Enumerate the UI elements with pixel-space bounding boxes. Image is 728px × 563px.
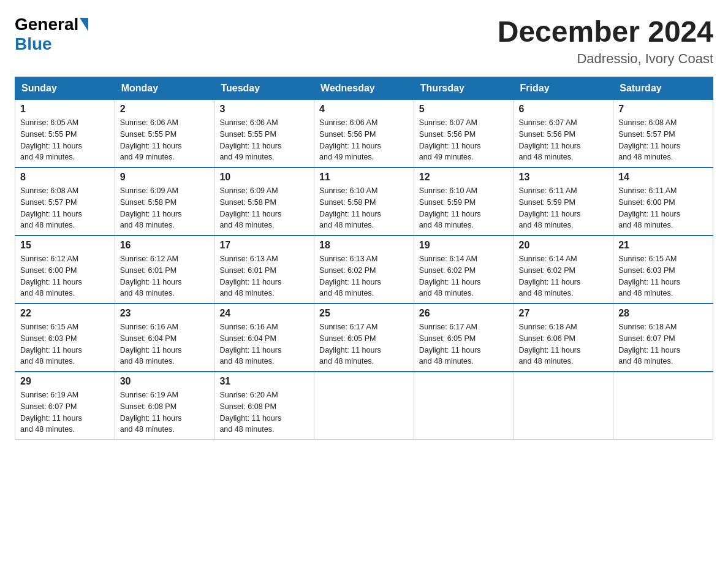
day-info: Sunrise: 6:08 AMSunset: 5:57 PMDaylight:… bbox=[618, 117, 708, 163]
day-number: 9 bbox=[120, 172, 210, 183]
calendar-cell: 22Sunrise: 6:15 AMSunset: 6:03 PMDayligh… bbox=[15, 304, 115, 372]
day-info: Sunrise: 6:16 AMSunset: 6:04 PMDaylight:… bbox=[120, 321, 210, 367]
day-number: 1 bbox=[20, 104, 110, 115]
day-info: Sunrise: 6:06 AMSunset: 5:55 PMDaylight:… bbox=[120, 117, 210, 163]
calendar-cell: 24Sunrise: 6:16 AMSunset: 6:04 PMDayligh… bbox=[214, 304, 314, 372]
day-number: 29 bbox=[20, 376, 110, 387]
day-number: 17 bbox=[219, 240, 309, 251]
day-number: 3 bbox=[219, 104, 309, 115]
calendar-cell: 30Sunrise: 6:19 AMSunset: 6:08 PMDayligh… bbox=[115, 372, 214, 440]
day-info: Sunrise: 6:10 AMSunset: 5:59 PMDaylight:… bbox=[419, 185, 509, 231]
day-number: 16 bbox=[120, 240, 210, 251]
day-number: 10 bbox=[219, 172, 309, 183]
calendar-cell: 27Sunrise: 6:18 AMSunset: 6:06 PMDayligh… bbox=[514, 304, 613, 372]
logo-general-text: General bbox=[15, 15, 78, 34]
calendar-table: SundayMondayTuesdayWednesdayThursdayFrid… bbox=[15, 77, 713, 440]
day-number: 30 bbox=[120, 376, 210, 387]
location: Dadressio, Ivory Coast bbox=[498, 51, 713, 67]
calendar-cell: 26Sunrise: 6:17 AMSunset: 6:05 PMDayligh… bbox=[414, 304, 514, 372]
day-number: 28 bbox=[618, 308, 708, 319]
calendar-cell: 13Sunrise: 6:11 AMSunset: 5:59 PMDayligh… bbox=[514, 167, 613, 236]
weekday-header-monday: Monday bbox=[115, 77, 214, 99]
page-header: General Blue December 2024 Dadressio, Iv… bbox=[15, 15, 713, 67]
calendar-cell: 19Sunrise: 6:14 AMSunset: 6:02 PMDayligh… bbox=[414, 236, 514, 304]
calendar-cell: 17Sunrise: 6:13 AMSunset: 6:01 PMDayligh… bbox=[214, 236, 314, 304]
weekday-header-sunday: Sunday bbox=[15, 77, 115, 99]
day-number: 21 bbox=[618, 240, 708, 251]
calendar-cell bbox=[414, 372, 514, 440]
title-area: December 2024 Dadressio, Ivory Coast bbox=[498, 15, 713, 67]
weekday-header-tuesday: Tuesday bbox=[214, 77, 314, 99]
day-info: Sunrise: 6:09 AMSunset: 5:58 PMDaylight:… bbox=[219, 185, 309, 231]
day-info: Sunrise: 6:16 AMSunset: 6:04 PMDaylight:… bbox=[219, 321, 309, 367]
week-row-3: 15Sunrise: 6:12 AMSunset: 6:00 PMDayligh… bbox=[15, 236, 713, 304]
week-row-5: 29Sunrise: 6:19 AMSunset: 6:07 PMDayligh… bbox=[15, 372, 713, 440]
day-info: Sunrise: 6:18 AMSunset: 6:07 PMDaylight:… bbox=[618, 321, 708, 367]
calendar-cell: 1Sunrise: 6:05 AMSunset: 5:55 PMDaylight… bbox=[15, 99, 115, 167]
day-number: 26 bbox=[419, 308, 509, 319]
day-number: 19 bbox=[419, 240, 509, 251]
day-info: Sunrise: 6:06 AMSunset: 5:55 PMDaylight:… bbox=[219, 117, 309, 163]
day-number: 15 bbox=[20, 240, 110, 251]
day-info: Sunrise: 6:14 AMSunset: 6:02 PMDaylight:… bbox=[419, 253, 509, 299]
calendar-cell: 5Sunrise: 6:07 AMSunset: 5:56 PMDaylight… bbox=[414, 99, 514, 167]
day-info: Sunrise: 6:11 AMSunset: 6:00 PMDaylight:… bbox=[618, 185, 708, 231]
month-title: December 2024 bbox=[498, 15, 713, 48]
day-info: Sunrise: 6:17 AMSunset: 6:05 PMDaylight:… bbox=[419, 321, 509, 367]
calendar-cell: 7Sunrise: 6:08 AMSunset: 5:57 PMDaylight… bbox=[613, 99, 713, 167]
day-info: Sunrise: 6:06 AMSunset: 5:56 PMDaylight:… bbox=[319, 117, 409, 163]
day-number: 31 bbox=[219, 376, 309, 387]
day-number: 24 bbox=[219, 308, 309, 319]
day-number: 5 bbox=[419, 104, 509, 115]
week-row-2: 8Sunrise: 6:08 AMSunset: 5:57 PMDaylight… bbox=[15, 167, 713, 236]
calendar-cell: 16Sunrise: 6:12 AMSunset: 6:01 PMDayligh… bbox=[115, 236, 214, 304]
day-number: 2 bbox=[120, 104, 210, 115]
calendar-cell: 15Sunrise: 6:12 AMSunset: 6:00 PMDayligh… bbox=[15, 236, 115, 304]
day-info: Sunrise: 6:12 AMSunset: 6:01 PMDaylight:… bbox=[120, 253, 210, 299]
day-info: Sunrise: 6:10 AMSunset: 5:58 PMDaylight:… bbox=[319, 185, 409, 231]
day-number: 6 bbox=[519, 104, 609, 115]
day-number: 22 bbox=[20, 308, 110, 319]
calendar-cell: 2Sunrise: 6:06 AMSunset: 5:55 PMDaylight… bbox=[115, 99, 214, 167]
day-info: Sunrise: 6:08 AMSunset: 5:57 PMDaylight:… bbox=[20, 185, 110, 231]
day-info: Sunrise: 6:07 AMSunset: 5:56 PMDaylight:… bbox=[519, 117, 609, 163]
day-number: 8 bbox=[20, 172, 110, 183]
day-info: Sunrise: 6:19 AMSunset: 6:07 PMDaylight:… bbox=[20, 389, 110, 435]
calendar-cell: 12Sunrise: 6:10 AMSunset: 5:59 PMDayligh… bbox=[414, 167, 514, 236]
day-number: 13 bbox=[519, 172, 609, 183]
weekday-header-wednesday: Wednesday bbox=[314, 77, 414, 99]
day-info: Sunrise: 6:07 AMSunset: 5:56 PMDaylight:… bbox=[419, 117, 509, 163]
day-info: Sunrise: 6:15 AMSunset: 6:03 PMDaylight:… bbox=[618, 253, 708, 299]
day-info: Sunrise: 6:13 AMSunset: 6:02 PMDaylight:… bbox=[319, 253, 409, 299]
day-info: Sunrise: 6:18 AMSunset: 6:06 PMDaylight:… bbox=[519, 321, 609, 367]
calendar-cell: 9Sunrise: 6:09 AMSunset: 5:58 PMDaylight… bbox=[115, 167, 214, 236]
day-info: Sunrise: 6:19 AMSunset: 6:08 PMDaylight:… bbox=[120, 389, 210, 435]
calendar-cell: 18Sunrise: 6:13 AMSunset: 6:02 PMDayligh… bbox=[314, 236, 414, 304]
day-number: 20 bbox=[519, 240, 609, 251]
day-info: Sunrise: 6:15 AMSunset: 6:03 PMDaylight:… bbox=[20, 321, 110, 367]
day-number: 27 bbox=[519, 308, 609, 319]
calendar-cell: 4Sunrise: 6:06 AMSunset: 5:56 PMDaylight… bbox=[314, 99, 414, 167]
weekday-header-thursday: Thursday bbox=[414, 77, 514, 99]
day-number: 11 bbox=[319, 172, 409, 183]
calendar-cell bbox=[314, 372, 414, 440]
week-row-1: 1Sunrise: 6:05 AMSunset: 5:55 PMDaylight… bbox=[15, 99, 713, 167]
calendar-cell: 31Sunrise: 6:20 AMSunset: 6:08 PMDayligh… bbox=[214, 372, 314, 440]
calendar-cell: 21Sunrise: 6:15 AMSunset: 6:03 PMDayligh… bbox=[613, 236, 713, 304]
day-info: Sunrise: 6:09 AMSunset: 5:58 PMDaylight:… bbox=[120, 185, 210, 231]
calendar-cell: 23Sunrise: 6:16 AMSunset: 6:04 PMDayligh… bbox=[115, 304, 214, 372]
day-number: 25 bbox=[319, 308, 409, 319]
day-info: Sunrise: 6:17 AMSunset: 6:05 PMDaylight:… bbox=[319, 321, 409, 367]
calendar-cell: 25Sunrise: 6:17 AMSunset: 6:05 PMDayligh… bbox=[314, 304, 414, 372]
day-info: Sunrise: 6:13 AMSunset: 6:01 PMDaylight:… bbox=[219, 253, 309, 299]
day-number: 23 bbox=[120, 308, 210, 319]
calendar-cell: 11Sunrise: 6:10 AMSunset: 5:58 PMDayligh… bbox=[314, 167, 414, 236]
logo: General Blue bbox=[15, 15, 89, 54]
calendar-cell: 8Sunrise: 6:08 AMSunset: 5:57 PMDaylight… bbox=[15, 167, 115, 236]
calendar-cell: 6Sunrise: 6:07 AMSunset: 5:56 PMDaylight… bbox=[514, 99, 613, 167]
day-info: Sunrise: 6:05 AMSunset: 5:55 PMDaylight:… bbox=[20, 117, 110, 163]
day-number: 14 bbox=[618, 172, 708, 183]
day-info: Sunrise: 6:11 AMSunset: 5:59 PMDaylight:… bbox=[519, 185, 609, 231]
calendar-cell: 29Sunrise: 6:19 AMSunset: 6:07 PMDayligh… bbox=[15, 372, 115, 440]
calendar-cell: 10Sunrise: 6:09 AMSunset: 5:58 PMDayligh… bbox=[214, 167, 314, 236]
